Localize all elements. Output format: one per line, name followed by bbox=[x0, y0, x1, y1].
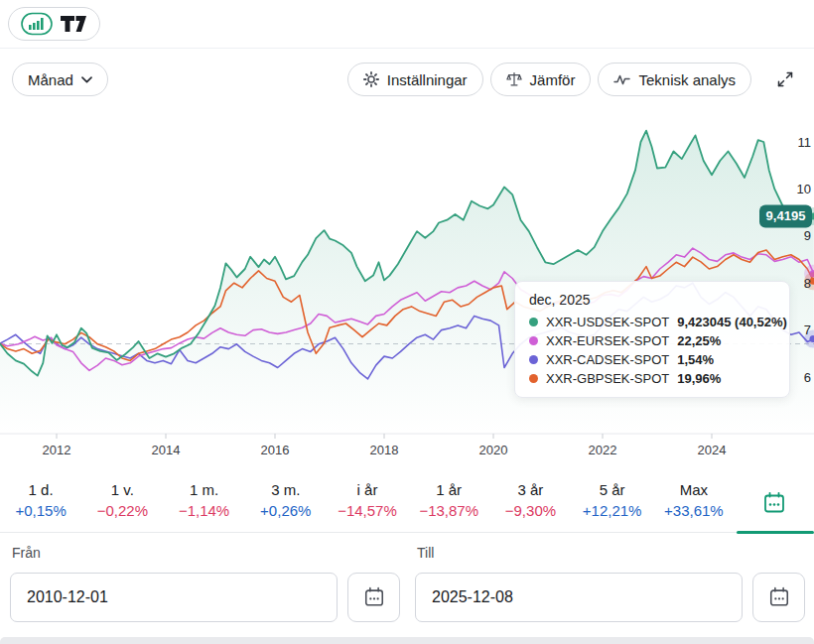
range-change: −13,87% bbox=[408, 500, 489, 521]
range-tab-5y[interactable]: 5 år +12,21% bbox=[572, 474, 653, 532]
range-tab-1d[interactable]: 1 d. +0,15% bbox=[0, 474, 81, 532]
svg-text:2020: 2020 bbox=[479, 443, 508, 457]
cadsek-series-dot bbox=[529, 355, 538, 364]
tooltip-date: dec, 2025 bbox=[529, 292, 775, 308]
tooltip-label: XXR-GBPSEK-SPOT bbox=[546, 371, 669, 386]
range-tab-ytd[interactable]: i år −14,57% bbox=[327, 474, 408, 532]
range-change: −0,22% bbox=[81, 500, 163, 521]
svg-text:11: 11 bbox=[798, 135, 812, 150]
range-label: 3 m. bbox=[245, 479, 327, 500]
range-label: 1 d. bbox=[0, 479, 81, 500]
range-label: 1 v. bbox=[81, 479, 163, 500]
range-tab-max[interactable]: Max +33,61% bbox=[653, 474, 735, 532]
tooltip-row-gbpsek: XXR-GBPSEK-SPOT 19,96% bbox=[529, 371, 775, 386]
tooltip-label: XXR-CADSEK-SPOT bbox=[546, 352, 669, 367]
tooltip-label: XXR-USDSEK-SPOT bbox=[546, 315, 669, 329]
from-date-label: Från bbox=[12, 545, 41, 561]
tooltip-row-cadsek: XXR-CADSEK-SPOT 1,54% bbox=[529, 352, 775, 367]
range-label: 1 m. bbox=[163, 479, 244, 500]
technical-analysis-button[interactable]: Teknisk analys bbox=[598, 63, 751, 96]
tooltip-row-usdsek: XXR-USDSEK-SPOT 9,423045 (40,52%) bbox=[529, 315, 775, 329]
to-date-calendar-button[interactable] bbox=[752, 573, 805, 622]
range-label: 1 år bbox=[408, 479, 489, 500]
tooltip-value: 1,54% bbox=[677, 352, 714, 367]
compare-label: Jämför bbox=[530, 71, 576, 88]
tooltip-row-eursek: XXR-EURSEK-SPOT 22,25% bbox=[529, 333, 775, 348]
range-change: −14,57% bbox=[327, 500, 408, 521]
range-change: +0,15% bbox=[0, 500, 81, 521]
tooltip-value: 9,423045 (40,52%) bbox=[677, 315, 787, 329]
tradingview-widget: Månad Inställningar bbox=[0, 0, 814, 644]
scales-icon bbox=[506, 71, 522, 87]
tradingview-tv-icon bbox=[61, 16, 87, 32]
tradingview-logo-link[interactable] bbox=[8, 7, 100, 41]
range-label: 5 år bbox=[572, 479, 653, 500]
eursek-series-dot bbox=[529, 336, 538, 345]
range-tab-1w[interactable]: 1 v. −0,22% bbox=[81, 474, 163, 532]
to-date-input[interactable] bbox=[415, 573, 743, 622]
svg-text:2016: 2016 bbox=[261, 443, 290, 457]
range-tab-1m[interactable]: 1 m. −1,14% bbox=[163, 474, 244, 532]
period-dropdown[interactable]: Månad bbox=[12, 63, 108, 96]
calendar-icon bbox=[762, 491, 786, 515]
svg-text:2024: 2024 bbox=[698, 443, 727, 457]
gear-icon bbox=[363, 71, 379, 87]
range-change: +12,21% bbox=[572, 500, 653, 521]
svg-text:2018: 2018 bbox=[370, 443, 399, 457]
compare-button[interactable]: Jämför bbox=[490, 63, 592, 96]
svg-text:7: 7 bbox=[804, 322, 811, 337]
toolbar: Månad Inställningar bbox=[0, 58, 814, 101]
gbpsek-series-dot bbox=[529, 374, 538, 383]
svg-text:10: 10 bbox=[797, 182, 811, 196]
pulse-icon bbox=[613, 72, 630, 86]
range-tabs: 1 d. +0,15% 1 v. −0,22% 1 m. −1,14% 3 m.… bbox=[0, 474, 814, 533]
fullscreen-button[interactable] bbox=[770, 64, 800, 94]
active-tab-indicator bbox=[737, 531, 814, 534]
svg-text:2022: 2022 bbox=[589, 443, 617, 457]
svg-text:2014: 2014 bbox=[152, 443, 181, 457]
tooltip-label: XXR-EURSEK-SPOT bbox=[546, 333, 669, 348]
period-label: Månad bbox=[28, 71, 73, 88]
calendar-icon bbox=[363, 586, 385, 608]
range-tab-3y[interactable]: 3 år −9,30% bbox=[489, 474, 571, 532]
custom-range-tab[interactable] bbox=[735, 474, 814, 532]
svg-text:9: 9 bbox=[804, 228, 811, 243]
range-label: Max bbox=[653, 479, 735, 500]
header bbox=[0, 0, 814, 49]
range-change: +0,26% bbox=[245, 500, 327, 521]
range-change: +33,61% bbox=[653, 500, 735, 521]
svg-text:9,4195: 9,4195 bbox=[766, 208, 806, 223]
toolbar-right-group: Inställningar Jämför T bbox=[347, 63, 802, 96]
range-label: 3 år bbox=[489, 479, 571, 500]
range-tab-3m[interactable]: 3 m. +0,26% bbox=[245, 474, 327, 532]
footer-strip bbox=[0, 637, 814, 644]
chart-tooltip: dec, 2025 XXR-USDSEK-SPOT 9,423045 (40,5… bbox=[514, 281, 790, 398]
to-date-label: Till bbox=[417, 545, 434, 561]
tooltip-value: 19,96% bbox=[677, 371, 721, 386]
usdsek-series-dot bbox=[529, 318, 538, 326]
tooltip-value: 22,25% bbox=[677, 333, 721, 348]
technical-analysis-label: Teknisk analys bbox=[638, 71, 736, 88]
from-date-calendar-button[interactable] bbox=[347, 573, 400, 622]
settings-button[interactable]: Inställningar bbox=[347, 63, 483, 96]
settings-label: Inställningar bbox=[387, 71, 468, 88]
calendar-icon bbox=[768, 586, 790, 608]
range-change: −1,14% bbox=[163, 500, 244, 521]
svg-text:2012: 2012 bbox=[43, 443, 71, 457]
from-date-input[interactable] bbox=[10, 573, 338, 622]
expand-icon bbox=[776, 70, 794, 88]
range-label: i år bbox=[327, 479, 408, 500]
svg-text:8: 8 bbox=[804, 276, 811, 291]
range-tab-1y[interactable]: 1 år −13,87% bbox=[408, 474, 489, 532]
chevron-down-icon bbox=[81, 76, 92, 83]
range-change: −9,30% bbox=[489, 500, 571, 521]
mini-bar-chart-icon bbox=[21, 12, 53, 36]
svg-text:6: 6 bbox=[804, 370, 811, 385]
